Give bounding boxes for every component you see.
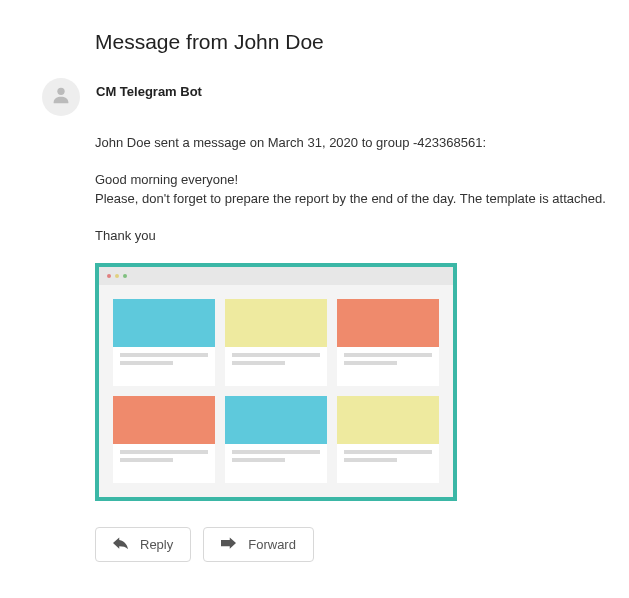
reply-icon bbox=[113, 537, 128, 552]
browser-bar bbox=[99, 267, 453, 285]
email-subject: Message from John Doe bbox=[95, 30, 609, 54]
body-line-1: Good morning everyone! bbox=[95, 171, 609, 190]
template-card bbox=[225, 396, 327, 483]
person-icon bbox=[50, 84, 72, 110]
template-card bbox=[337, 396, 439, 483]
window-dot-red-icon bbox=[107, 274, 111, 278]
sender-avatar[interactable] bbox=[42, 78, 80, 116]
template-card bbox=[113, 396, 215, 483]
body-intro: John Doe sent a message on March 31, 202… bbox=[95, 134, 609, 153]
window-dot-green-icon bbox=[123, 274, 127, 278]
body-outro: Thank you bbox=[95, 227, 609, 246]
svg-point-0 bbox=[57, 88, 64, 95]
template-card bbox=[225, 299, 327, 386]
attachment-preview[interactable] bbox=[95, 263, 457, 501]
forward-label: Forward bbox=[248, 537, 296, 552]
forward-button[interactable]: Forward bbox=[203, 527, 314, 562]
body-line-2: Please, don't forget to prepare the repo… bbox=[95, 190, 609, 209]
email-view: Message from John Doe CM Telegram Bot Jo… bbox=[0, 0, 629, 582]
window-dot-yellow-icon bbox=[115, 274, 119, 278]
template-grid bbox=[99, 285, 453, 497]
email-actions: Reply Forward bbox=[95, 527, 609, 562]
email-header: CM Telegram Bot bbox=[20, 78, 609, 116]
reply-button[interactable]: Reply bbox=[95, 527, 191, 562]
forward-icon bbox=[221, 537, 236, 552]
template-card bbox=[337, 299, 439, 386]
email-body: John Doe sent a message on March 31, 202… bbox=[95, 134, 609, 245]
template-card bbox=[113, 299, 215, 386]
reply-label: Reply bbox=[140, 537, 173, 552]
sender-name: CM Telegram Bot bbox=[96, 84, 202, 99]
